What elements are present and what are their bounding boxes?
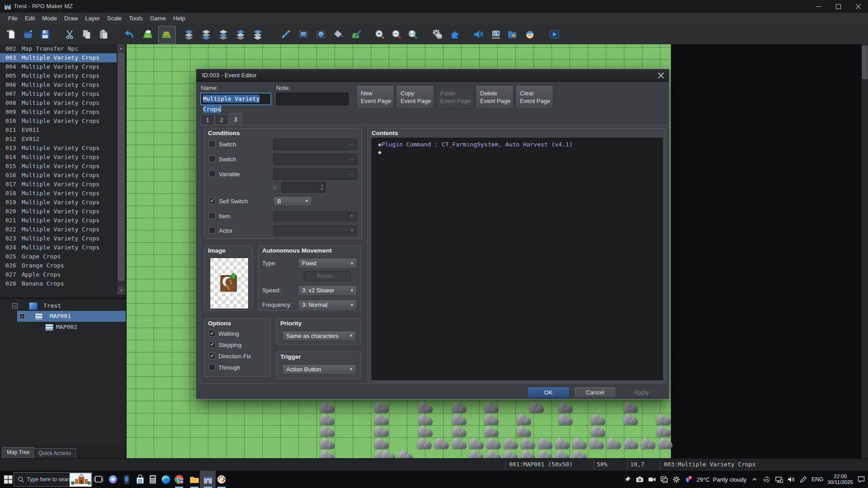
stepping-checkbox[interactable]: ✓ (209, 341, 216, 348)
page-tab-2[interactable]: 2 (215, 114, 228, 125)
frequency-dropdown[interactable]: 3: Normal▼ (298, 300, 357, 310)
language-indicator[interactable]: ENG (811, 476, 823, 483)
tab-map-tree[interactable]: Map Tree (2, 447, 35, 458)
actor-checkbox[interactable] (209, 227, 216, 234)
event-list-item[interactable]: 022Multiple Variety Crops (0, 225, 117, 234)
tree-item-map002[interactable]: MAP002 (0, 322, 126, 332)
menu-item-game[interactable]: Game (146, 13, 170, 24)
pencil-tool-icon[interactable] (280, 29, 291, 40)
event-mode-icon[interactable] (161, 29, 172, 40)
event-searcher-icon[interactable] (491, 29, 501, 40)
clear-event-page-button[interactable]: ClearEvent Page (515, 85, 553, 109)
rectangle-tool-icon[interactable] (298, 29, 309, 40)
delete-event-page-button[interactable]: DeleteEvent Page (476, 85, 514, 109)
event-list-item[interactable]: 027Apple Crops (0, 270, 117, 279)
command-line-empty[interactable]: ◆ (378, 149, 382, 155)
menu-item-mode[interactable]: Mode (38, 13, 61, 24)
cancel-button[interactable]: Cancel (574, 387, 616, 398)
zoom-in-icon[interactable] (374, 29, 385, 40)
event-list-item[interactable]: 024Multiple Variety Crops (0, 243, 117, 252)
scrollbar-thumb[interactable] (862, 46, 868, 79)
actual-size-icon[interactable]: 1:1 (407, 29, 418, 40)
phone-link-icon[interactable] (121, 474, 132, 485)
weather-alert-badge-icon[interactable]: 4 (684, 475, 693, 483)
cut-icon[interactable] (65, 29, 75, 40)
event-list-item[interactable]: 021Multiple Variety Crops (0, 216, 117, 225)
event-list-item[interactable]: 025Grape Crops (0, 252, 117, 261)
tab-quick-access[interactable]: Quick Access (33, 448, 76, 458)
menu-item-tools[interactable]: Tools (125, 13, 146, 24)
movement-type-dropdown[interactable]: Fixed▼ (298, 258, 357, 269)
photos-icon[interactable] (660, 475, 668, 483)
event-list-item[interactable]: 018Multiple Variety Crops (0, 189, 117, 198)
copy-event-page-button[interactable]: CopyEvent Page (396, 85, 434, 109)
event-list-item[interactable]: 016Multiple Variety Crops (0, 171, 117, 180)
through-checkbox[interactable] (209, 364, 216, 371)
search-highlight-image[interactable] (70, 473, 91, 487)
sound-test-icon[interactable] (473, 29, 484, 40)
event-list-item[interactable]: 002Map Transfer Npc (0, 44, 117, 53)
note-input[interactable] (276, 93, 349, 105)
layer-1-icon[interactable] (201, 29, 212, 40)
taskbar-clock[interactable]: 22:0030/11/2025 (827, 474, 853, 485)
paint-app-icon[interactable] (216, 474, 227, 485)
flood-fill-tool-icon[interactable] (333, 29, 344, 40)
event-list-item[interactable]: 013Multiple Variety Crops (0, 144, 117, 153)
edge-icon[interactable] (160, 474, 171, 485)
minimize-button[interactable] (808, 0, 828, 13)
network-icon[interactable] (775, 475, 783, 483)
scrollbar-thumb[interactable] (118, 53, 124, 281)
event-list-item[interactable]: 009Multiple Variety Crops (0, 108, 117, 117)
menu-item-edit[interactable]: Edit (21, 13, 38, 24)
layer-4-icon[interactable] (252, 29, 263, 40)
priority-dropdown[interactable]: Same as characters▼ (282, 331, 356, 341)
switch1-checkbox[interactable] (209, 141, 216, 147)
maximize-button[interactable] (828, 0, 848, 13)
self-switch-dropdown[interactable]: B▼ (273, 196, 312, 206)
gear-icon[interactable] (672, 475, 680, 483)
event-list-item[interactable]: 028Banana Crops (0, 279, 117, 288)
copy-icon[interactable] (81, 29, 92, 40)
rpg-maker-taskbar-icon[interactable] (203, 474, 213, 485)
collapse-icon[interactable]: − (19, 314, 25, 319)
event-list-item[interactable]: 014Multiple Variety Crops (0, 153, 117, 162)
page-tab-1[interactable]: 1 (201, 114, 214, 125)
walking-checkbox[interactable]: ✓ (209, 330, 216, 337)
tree-item-map001[interactable]: − MAP001 (0, 311, 126, 321)
event-list-item[interactable]: 023Multiple Variety Crops (0, 234, 117, 243)
event-list-item[interactable]: 015Multiple Variety Crops (0, 162, 117, 171)
event-list-item[interactable]: 011EV011 (0, 126, 117, 135)
event-list-item[interactable]: 017Multiple Variety Crops (0, 180, 117, 189)
event-list-item[interactable]: 003Multiple Variety Crops (0, 53, 117, 62)
canvas-vertical-scrollbar[interactable] (861, 44, 868, 458)
command-line-plugin[interactable]: ◆Plugin Command : CT_FarmingSystem, Auto… (378, 141, 572, 148)
event-list-item[interactable]: 019Multiple Variety Crops (0, 198, 117, 207)
close-button[interactable] (848, 0, 868, 13)
tree-item-project[interactable]: − Trest (0, 301, 126, 311)
database-icon[interactable] (432, 29, 443, 40)
menu-item-scale[interactable]: Scale (104, 13, 126, 24)
dialog-title-bar[interactable]: ID:003 - Event Editor (196, 69, 669, 82)
new-event-page-button[interactable]: NewEvent Page (356, 85, 394, 109)
plugin-manager-icon[interactable] (450, 29, 461, 40)
pinned-item-icon[interactable] (623, 475, 632, 483)
event-list-item[interactable]: 010Multiple Variety Crops (0, 117, 117, 126)
new-project-icon[interactable] (6, 29, 17, 40)
onedrive-status-icon[interactable] (763, 475, 771, 483)
menu-item-layer[interactable]: Layer (81, 13, 104, 24)
layer-2-icon[interactable] (218, 29, 229, 40)
self-switch-checkbox[interactable]: ✓ (209, 197, 216, 204)
shadow-pen-tool-icon[interactable] (351, 29, 362, 40)
microsoft-store-icon[interactable] (135, 474, 146, 485)
undo-icon[interactable] (123, 29, 134, 40)
switch2-checkbox[interactable] (209, 155, 216, 162)
weather-text[interactable]: Partly cloudy (713, 476, 746, 483)
task-view-icon[interactable] (93, 474, 104, 485)
direction-fix-checkbox[interactable]: ✓ (209, 352, 216, 359)
event-image-preview[interactable] (210, 258, 249, 309)
event-list-item[interactable]: 008Multiple Variety Crops (0, 99, 117, 108)
variable-checkbox[interactable] (209, 170, 216, 177)
name-input[interactable]: Multiple Variety Crops (200, 93, 271, 105)
scroll-up-arrow[interactable]: ▲ (117, 44, 125, 52)
ellipse-tool-icon[interactable] (316, 29, 326, 40)
